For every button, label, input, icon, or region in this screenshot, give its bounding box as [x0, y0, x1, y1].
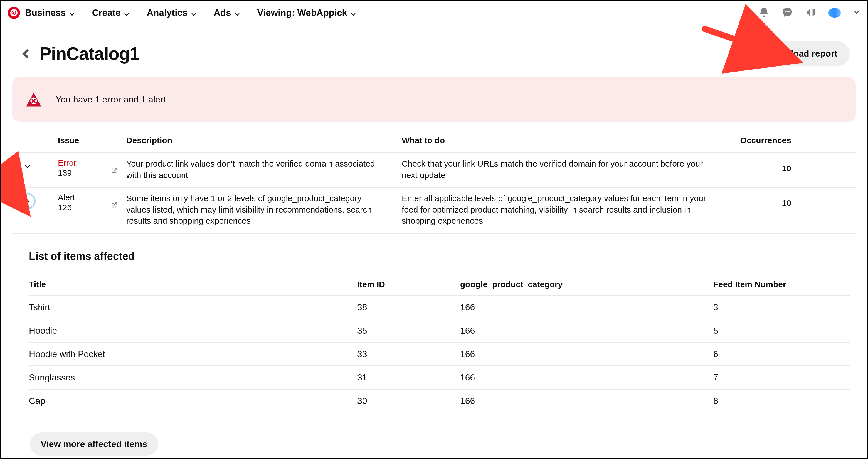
pinterest-logo-icon[interactable]	[8, 7, 20, 19]
back-button[interactable]	[21, 48, 32, 60]
external-link-icon[interactable]	[110, 167, 118, 177]
col-whattodo: What to do	[402, 136, 724, 145]
alert-banner: You have 1 error and 1 alert	[12, 77, 856, 122]
page-title: PinCatalog1	[39, 44, 140, 64]
megaphone-icon[interactable]	[805, 7, 816, 19]
issue-whattodo: Enter all applicable levels of google_pr…	[402, 193, 724, 227]
affected-title-cell: Sunglasses	[29, 372, 357, 383]
page-header: PinCatalog1 Download report	[1, 25, 867, 77]
col-issue: Issue	[43, 136, 126, 145]
affected-row: Tshirt381663	[29, 296, 850, 319]
affected-feed-cell: 7	[713, 372, 825, 383]
col-item-id: Item ID	[357, 280, 460, 289]
chevron-down-icon	[69, 9, 75, 16]
nav-label: Viewing: WebAppick	[257, 7, 347, 18]
issue-type: Alert	[58, 193, 126, 202]
affected-row: Hoodie351665	[29, 319, 850, 343]
affected-title-cell: Hoodie	[29, 325, 357, 336]
issue-cell: Error 139	[43, 158, 126, 178]
affected-feed-cell: 8	[713, 396, 825, 406]
issue-row: Alert 126 Some items only have 1 or 2 le…	[12, 188, 856, 234]
affected-title-cell: Cap	[29, 396, 357, 406]
account-avatar[interactable]	[829, 8, 841, 18]
affected-feed-cell: 6	[713, 349, 825, 359]
affected-itemid-cell: 35	[357, 325, 460, 336]
download-report-button[interactable]: Download report	[754, 41, 850, 66]
top-nav-right	[758, 7, 860, 19]
nav-label: Create	[92, 7, 121, 18]
affected-feed-cell: 3	[713, 302, 825, 313]
nav-label: Ads	[214, 7, 231, 18]
affected-gpc-cell: 166	[460, 372, 713, 383]
affected-gpc-cell: 166	[460, 349, 713, 359]
affected-gpc-cell: 166	[460, 325, 713, 336]
issue-type: Error	[58, 158, 126, 168]
affected-itemid-cell: 33	[357, 349, 460, 359]
issue-occurrences: 10	[724, 158, 808, 173]
affected-row: Hoodie with Pocket331666	[29, 343, 850, 366]
nav-analytics[interactable]: Analytics	[147, 7, 197, 18]
expand-toggle[interactable]	[12, 158, 43, 173]
account-chevron-down-icon[interactable]	[853, 9, 860, 17]
top-nav-left: Business Create Analytics Ads Viewing: W…	[8, 7, 356, 19]
issues-table: Issue Description What to do Occurrences…	[12, 128, 856, 234]
external-link-icon[interactable]	[110, 201, 118, 211]
affected-title-cell: Hoodie with Pocket	[29, 349, 357, 359]
chevron-down-icon	[234, 9, 241, 16]
affected-gpc-cell: 166	[460, 396, 713, 406]
issues-header-row: Issue Description What to do Occurrences	[12, 128, 856, 153]
affected-items-section: List of items affected Title Item ID goo…	[29, 250, 850, 456]
alert-triangle-icon	[26, 93, 41, 106]
nav-label: Business	[25, 7, 66, 18]
nav-label: Analytics	[147, 7, 187, 18]
issue-occurrences: 10	[724, 193, 808, 208]
nav-ads[interactable]: Ads	[214, 7, 240, 18]
issue-description: Some items only have 1 or 2 levels of go…	[126, 193, 402, 227]
logo-group: Business	[8, 7, 75, 19]
chevron-down-icon	[350, 9, 356, 16]
chevron-down-icon	[190, 9, 197, 16]
nav-create[interactable]: Create	[92, 7, 130, 18]
affected-row: Cap301668	[29, 390, 850, 412]
top-nav: Business Create Analytics Ads Viewing: W…	[1, 1, 867, 25]
col-feed: Feed Item Number	[713, 280, 825, 289]
alert-banner-text: You have 1 error and 1 alert	[56, 94, 166, 105]
issue-description: Your product link values don't match the…	[126, 158, 402, 181]
affected-header-row: Title Item ID google_product_category Fe…	[29, 274, 850, 296]
col-gpc: google_product_category	[460, 280, 713, 289]
nav-viewing[interactable]: Viewing: WebAppick	[257, 7, 356, 18]
expand-toggle[interactable]	[12, 193, 43, 208]
affected-itemid-cell: 31	[357, 372, 460, 383]
issue-cell: Alert 126	[43, 193, 126, 212]
issue-row: Error 139 Your product link values don't…	[12, 153, 856, 188]
affected-row: Sunglasses311667	[29, 366, 850, 390]
chat-icon[interactable]	[782, 7, 793, 19]
bell-icon[interactable]	[758, 7, 770, 19]
col-occurrences: Occurrences	[724, 136, 808, 145]
affected-feed-cell: 5	[713, 325, 825, 336]
affected-itemid-cell: 30	[357, 396, 460, 406]
nav-business[interactable]: Business	[25, 7, 75, 18]
affected-gpc-cell: 166	[460, 302, 713, 313]
affected-title-cell: Tshirt	[29, 302, 357, 313]
affected-title: List of items affected	[29, 250, 850, 262]
col-title: Title	[29, 280, 357, 289]
affected-itemid-cell: 38	[357, 302, 460, 313]
issue-whattodo: Check that your link URLs match the veri…	[402, 158, 724, 181]
chevron-down-icon	[123, 9, 130, 16]
view-more-affected-button[interactable]: View more affected items	[30, 432, 158, 456]
col-description: Description	[126, 136, 402, 145]
